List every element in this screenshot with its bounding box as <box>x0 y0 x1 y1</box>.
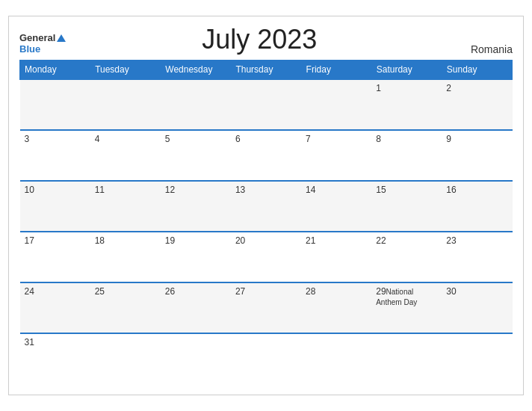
day-number: 15 <box>376 185 386 195</box>
day-number: 3 <box>25 134 30 144</box>
day-cell: 29National Anthem Day <box>371 282 442 333</box>
day-number: 30 <box>446 286 456 297</box>
day-number: 25 <box>95 286 105 297</box>
day-number: 2 <box>446 83 451 93</box>
day-number: 5 <box>165 134 170 144</box>
day-number: 24 <box>25 286 34 297</box>
calendar-thead: MondayTuesdayWednesdayThursdayFridaySatu… <box>20 61 513 80</box>
calendar-table: MondayTuesdayWednesdayThursdayFridaySatu… <box>19 60 513 384</box>
week-row-4: 242526272829National Anthem Day30 <box>20 282 513 333</box>
day-number: 9 <box>446 134 451 144</box>
weekday-wednesday: Wednesday <box>161 61 231 80</box>
day-number: 21 <box>306 235 315 246</box>
weekday-sunday: Sunday <box>442 61 512 80</box>
day-cell: 28 <box>301 282 371 333</box>
week-row-5: 31 <box>20 333 513 384</box>
day-cell: 13 <box>231 181 301 232</box>
day-cell <box>371 333 442 384</box>
day-cell <box>231 333 301 384</box>
day-number: 17 <box>25 235 34 246</box>
day-cell <box>20 79 90 130</box>
day-cell <box>90 79 161 130</box>
day-cell: 15 <box>371 181 442 232</box>
day-cell: 23 <box>442 232 512 282</box>
day-cell: 22 <box>371 232 442 282</box>
calendar-title: July 2023 <box>66 24 453 55</box>
day-number: 16 <box>446 185 456 195</box>
day-cell: 31 <box>20 333 90 384</box>
week-row-0: 12 <box>20 79 513 130</box>
day-cell <box>161 79 231 130</box>
day-cell: 21 <box>301 232 371 282</box>
day-number: 23 <box>446 235 456 246</box>
week-row-3: 17181920212223 <box>20 232 513 282</box>
day-number: 19 <box>165 235 175 246</box>
day-cell: 10 <box>20 181 90 232</box>
logo: General Blue <box>19 32 66 55</box>
day-number: 18 <box>95 235 105 246</box>
day-number: 28 <box>306 286 315 297</box>
calendar-header: General Blue July 2023 Romania <box>19 24 513 55</box>
day-cell: 27 <box>231 282 301 333</box>
day-cell: 16 <box>442 181 512 232</box>
week-row-2: 10111213141516 <box>20 181 513 232</box>
day-number: 4 <box>95 134 100 144</box>
day-cell: 5 <box>161 130 231 181</box>
day-cell <box>231 79 301 130</box>
day-cell <box>301 79 371 130</box>
day-number: 10 <box>25 185 34 195</box>
day-number: 11 <box>95 185 105 195</box>
day-cell: 19 <box>161 232 231 282</box>
day-cell: 7 <box>301 130 371 181</box>
day-cell: 30 <box>442 282 512 333</box>
day-number: 8 <box>376 134 381 144</box>
calendar-body: 1234567891011121314151617181920212223242… <box>20 79 513 384</box>
weekday-tuesday: Tuesday <box>90 61 161 80</box>
weekday-thursday: Thursday <box>231 61 301 80</box>
day-cell: 11 <box>90 181 161 232</box>
day-number: 14 <box>306 185 315 195</box>
weekday-header-row: MondayTuesdayWednesdayThursdayFridaySatu… <box>20 61 513 80</box>
day-cell: 26 <box>161 282 231 333</box>
day-cell: 6 <box>231 130 301 181</box>
day-cell: 18 <box>90 232 161 282</box>
day-cell: 1 <box>371 79 442 130</box>
day-number: 7 <box>306 134 311 144</box>
day-cell: 12 <box>161 181 231 232</box>
day-cell <box>90 333 161 384</box>
day-cell: 17 <box>20 232 90 282</box>
logo-triangle-icon <box>57 34 66 42</box>
weekday-monday: Monday <box>20 61 90 80</box>
day-number: 22 <box>376 235 386 246</box>
day-number: 13 <box>235 185 245 195</box>
day-cell: 25 <box>90 282 161 333</box>
day-cell: 9 <box>442 130 512 181</box>
country-label: Romania <box>453 43 513 55</box>
day-number: 20 <box>235 235 245 246</box>
day-number: 31 <box>25 337 34 347</box>
day-cell <box>161 333 231 384</box>
day-cell <box>301 333 371 384</box>
weekday-saturday: Saturday <box>371 61 442 80</box>
day-number: 6 <box>235 134 241 144</box>
day-cell <box>442 333 512 384</box>
day-cell: 14 <box>301 181 371 232</box>
logo-blue-text: Blue <box>19 43 66 55</box>
weekday-friday: Friday <box>301 61 371 80</box>
day-cell: 20 <box>231 232 301 282</box>
day-cell: 8 <box>371 130 442 181</box>
day-number: 27 <box>235 286 245 297</box>
day-number: 12 <box>165 185 175 195</box>
week-row-1: 3456789 <box>20 130 513 181</box>
day-number: 26 <box>165 286 175 297</box>
day-cell: 4 <box>90 130 161 181</box>
day-cell: 24 <box>20 282 90 333</box>
day-cell: 2 <box>442 79 512 130</box>
day-number: 29 <box>376 286 386 297</box>
logo-general-text: General <box>19 32 55 44</box>
day-cell: 3 <box>20 130 90 181</box>
calendar: General Blue July 2023 Romania MondayTue… <box>8 16 524 395</box>
day-number: 1 <box>376 83 381 93</box>
